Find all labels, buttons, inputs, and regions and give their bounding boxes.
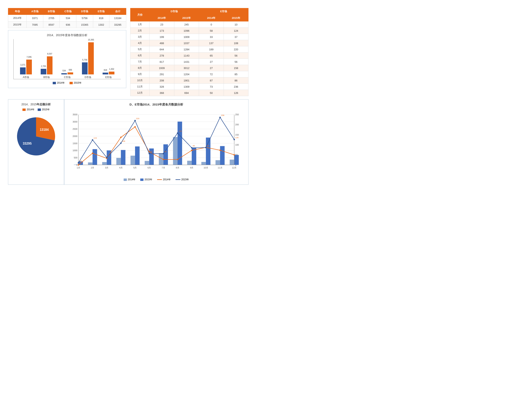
e2015-label: 124: [94, 137, 97, 139]
bar-d-2015: [220, 146, 225, 165]
y-axis-label-right: 150: [235, 134, 239, 136]
monthly-cell: 37: [224, 34, 248, 40]
x-axis-label: 11月: [218, 166, 222, 169]
legend-2014: 2014年: [53, 81, 65, 85]
bar-pair: 5,75615,365: [82, 42, 94, 75]
bar-d-2014: [230, 160, 234, 165]
monthly-cell: 11月: [131, 84, 149, 90]
bar-group: 3,3717,095A市场: [20, 60, 32, 79]
y-axis-label-left: 1500: [73, 142, 77, 145]
bar-label-2015: 8,597: [47, 53, 52, 55]
monthly-cell: 23: [149, 22, 174, 28]
monthly-cell: 208: [149, 77, 174, 84]
bar-2015: 1,302: [109, 72, 114, 75]
x-axis-label: 8月: [176, 166, 179, 169]
bar-chart-area: 3,3717,095A市场2,7058,597B市场534936C市场5,756…: [14, 39, 121, 79]
summary-cell: 2705: [43, 15, 60, 22]
line-e-2015-dot: [120, 142, 122, 144]
bar-2015: 8,597: [47, 56, 52, 75]
bar-d-2014: [131, 156, 135, 165]
bottom-section: 2014、2015年总额分析 2014年 2015年 1318433295 D、…: [8, 99, 249, 185]
y-axis-label-left: 2500: [73, 128, 77, 130]
bar-2015: 7,095: [26, 60, 32, 75]
bar-d-2014: [173, 137, 177, 165]
bar-label-2014: 2,705: [41, 65, 46, 68]
legend-bar-label-2015: 2015年: [145, 178, 152, 181]
summary-cell: 33295: [110, 22, 126, 28]
monthly-cell: 1939: [149, 65, 174, 71]
e2015-label: 56: [164, 150, 167, 153]
bar-2014: 5,756: [82, 62, 88, 75]
bar-pair: 3,3717,095: [20, 60, 32, 75]
monthly-cell: 1143: [174, 52, 199, 59]
th-e-group: E市场: [199, 8, 249, 15]
monthly-cell: 7月: [131, 59, 149, 65]
x-axis-label: 7月: [162, 166, 165, 169]
monthly-cell: 1月: [131, 22, 149, 28]
monthly-cell: 9月: [131, 71, 149, 77]
line-e-2015-dot: [163, 153, 164, 154]
x-axis-label: 10月: [204, 166, 208, 169]
y-axis-label-right: 200: [235, 123, 239, 126]
th-e: E市场: [93, 8, 110, 15]
bar-d-2014: [145, 161, 149, 165]
bar-d-2015: [177, 121, 182, 165]
line-chart-legend: 2014年 2015年 2014年 2015年: [67, 178, 245, 181]
monthly-cell: 6月: [131, 52, 149, 59]
legend-color-2015: [70, 82, 73, 84]
monthly-cell: 86: [224, 77, 248, 84]
x-axis-label: 2月: [91, 166, 94, 169]
monthly-cell: 278: [149, 52, 174, 59]
main-container: 年份 A市场 B市场 C市场 D市场 E市场 合计 2014年337127055…: [8, 8, 249, 185]
bar-group: 2,7058,597B市场: [41, 56, 52, 79]
monthly-cell: 220: [224, 46, 248, 52]
monthly-cell: 644: [149, 46, 174, 52]
bar-group: 534936C市场: [61, 72, 73, 79]
monthly-cell: 124: [224, 28, 248, 34]
bar-group-label: E市场: [105, 76, 112, 79]
x-axis-label: 5月: [133, 166, 137, 169]
e2015-label: 37: [108, 154, 110, 157]
legend-bar-label-2014: 2014年: [128, 178, 136, 181]
bar-group: 5,75615,365D市场: [82, 42, 94, 79]
pie-svg: 1318433295: [14, 113, 58, 158]
monthly-cell: 173: [149, 28, 174, 34]
summary-cell: 534: [60, 15, 76, 22]
e2015-label: 126: [235, 136, 239, 139]
bar-label-2015: 7,095: [26, 56, 31, 58]
bar-group-label: B市场: [43, 76, 50, 79]
th-e-2014: 2014年: [199, 15, 224, 22]
line-e-2014-dot: [78, 164, 79, 166]
monthly-cell: 56: [224, 59, 248, 65]
monthly-cell: 1037: [174, 40, 199, 46]
th-total: 合计: [110, 8, 126, 15]
line-e-2015-dot: [205, 147, 207, 148]
monthly-cell: 50: [199, 90, 224, 96]
y-axis-label-left: 2000: [73, 135, 77, 137]
summary-cell: 7095: [27, 22, 43, 28]
monthly-cell: 87: [199, 77, 224, 84]
monthly-cell: 1096: [174, 28, 199, 34]
y-axis-label-left: 3500: [73, 113, 77, 116]
line-e-2014: [78, 127, 234, 165]
monthly-cell: 58: [199, 28, 224, 34]
e2015-label: 108: [122, 140, 125, 142]
monthly-cell: 368: [149, 90, 174, 96]
summary-cell: 2015年: [8, 22, 27, 28]
bar-2015: 15,365: [88, 42, 94, 75]
th-d-2014: 2014年: [149, 15, 174, 22]
y-axis-label-right: 100: [235, 144, 239, 146]
th-a: A市场: [27, 8, 43, 15]
legend-line-2015: 2015年: [176, 178, 189, 181]
summary-cell: 13184: [110, 15, 126, 22]
line-e-2015-dot: [92, 139, 93, 141]
monthly-cell: 126: [224, 90, 248, 96]
line-e-2015-dot: [234, 139, 235, 140]
monthly-cell: 1309: [174, 84, 199, 90]
line-e-2015: [78, 117, 234, 163]
line-chart-svg: 0500100015002000250030003500050100150200…: [67, 108, 245, 176]
bar-d-2014: [215, 160, 220, 165]
bar-d-2015: [93, 149, 97, 165]
monthly-cell: 27: [199, 65, 224, 71]
monthly-cell: 3012: [174, 65, 199, 71]
